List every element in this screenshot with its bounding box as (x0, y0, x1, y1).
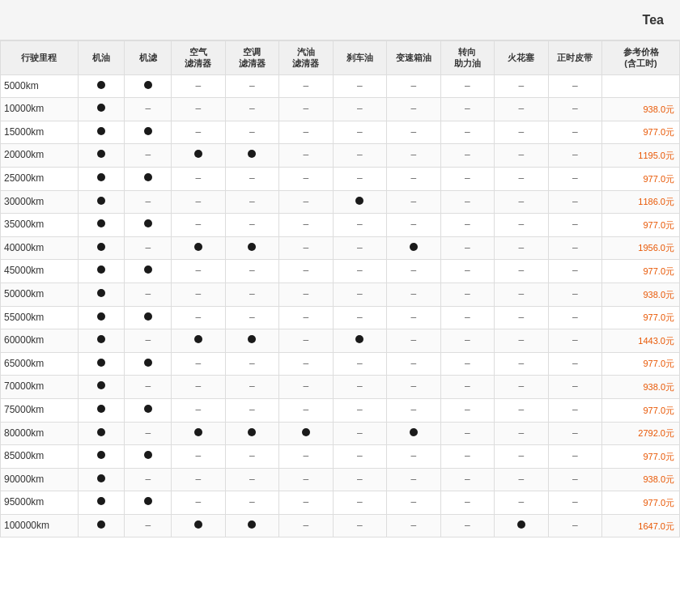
cell-spark_plug: – (495, 468, 549, 491)
cell-steering_oil: – (440, 121, 495, 144)
maintenance-dash: – (572, 496, 578, 508)
maintenance-dash: – (572, 196, 578, 207)
cell-air_filter: – (172, 398, 226, 422)
cell-gearbox_oil: – (387, 329, 441, 353)
table-header-row: 行驶里程 机油 机滤 空气滤清器 空调滤清器 汽油滤清器 刹车油 变速箱油 转向… (1, 41, 680, 75)
cell-price: 1186.0元 (602, 190, 680, 214)
cell-air_filter: – (172, 121, 226, 144)
cell-fuel_filter: – (279, 306, 334, 329)
maintenance-dash: – (249, 404, 255, 415)
cell-steering_oil: – (440, 376, 495, 399)
maintenance-dash: – (195, 358, 201, 369)
cell-air_filter: – (172, 491, 226, 515)
cell-air_filter (172, 144, 226, 168)
maintenance-dot (97, 520, 105, 529)
cell-timing_belt: – (548, 514, 602, 537)
maintenance-dash: – (195, 265, 201, 276)
table-row: 45000km––––––––977.0元 (1, 260, 680, 283)
maintenance-dash: – (518, 80, 524, 91)
cell-engine_oil (78, 260, 125, 283)
maintenance-dash: – (518, 334, 524, 346)
maintenance-dash: – (357, 358, 363, 369)
cell-engine_oil (78, 236, 125, 260)
table-row: 5000km–––––––– (1, 74, 680, 98)
table-row: 40000km––––––1956.0元 (1, 236, 680, 260)
maintenance-dash: – (249, 172, 255, 184)
maintenance-dot (355, 197, 363, 205)
maintenance-dash: – (465, 80, 470, 91)
cell-timing_belt: – (548, 98, 602, 121)
cell-fuel_filter: – (279, 329, 334, 353)
maintenance-dash: – (410, 103, 416, 114)
cell-steering_oil: – (440, 422, 495, 445)
maintenance-dash: – (465, 380, 470, 392)
cell-price: 1647.0元 (602, 514, 680, 537)
table-row: 80000km–––––2792.0元 (1, 422, 680, 445)
maintenance-dot (144, 359, 152, 367)
cell-ac_filter: – (225, 260, 279, 283)
maintenance-dash: – (572, 450, 578, 461)
maintenance-dash: – (518, 358, 524, 369)
col-header-fuel-filter: 汽油滤清器 (279, 41, 334, 75)
maintenance-dash: – (572, 103, 578, 114)
maintenance-dot (355, 335, 363, 343)
maintenance-dash: – (303, 196, 308, 207)
maintenance-dash: – (410, 219, 416, 230)
cell-fuel_filter: – (279, 376, 334, 399)
maintenance-dash: – (572, 520, 578, 531)
cell-air_filter: – (172, 190, 226, 214)
maintenance-dot (97, 289, 105, 297)
cell-brake_oil: – (333, 98, 387, 121)
maintenance-dash: – (195, 126, 201, 138)
maintenance-dot (194, 335, 202, 343)
maintenance-dash: – (249, 474, 255, 485)
cell-mileage: 40000km (1, 236, 79, 260)
cell-ac_filter: – (225, 214, 279, 237)
maintenance-dot (97, 405, 105, 413)
maintenance-dot (97, 335, 105, 343)
cell-engine_oil (78, 74, 125, 98)
maintenance-dot (144, 219, 152, 227)
cell-spark_plug: – (495, 260, 549, 283)
maintenance-dash: – (410, 520, 416, 531)
cell-oil_filter: – (125, 329, 172, 353)
maintenance-dash: – (465, 334, 470, 346)
maintenance-dash: – (145, 474, 151, 485)
cell-mileage: 20000km (1, 144, 79, 168)
maintenance-dot (194, 428, 202, 436)
cell-oil_filter (125, 445, 172, 469)
maintenance-dot (302, 428, 310, 436)
cell-oil_filter: – (125, 144, 172, 168)
cell-air_filter (172, 329, 226, 353)
cell-engine_oil (78, 329, 125, 353)
cell-steering_oil: – (440, 398, 495, 422)
cell-brake_oil: – (333, 144, 387, 168)
maintenance-dash: – (303, 219, 308, 230)
maintenance-dash: – (357, 242, 363, 253)
cell-brake_oil: – (333, 445, 387, 469)
maintenance-dot (97, 451, 105, 459)
maintenance-dash: – (303, 288, 308, 300)
maintenance-dot (410, 428, 418, 436)
maintenance-dash: – (410, 312, 416, 323)
cell-gearbox_oil: – (387, 167, 441, 190)
maintenance-dash: – (518, 288, 524, 300)
cell-mileage: 80000km (1, 422, 79, 445)
maintenance-dash: – (357, 312, 363, 323)
maintenance-dash: – (249, 288, 255, 300)
maintenance-dash: – (410, 126, 416, 138)
cell-gearbox_oil: – (387, 260, 441, 283)
cell-air_filter: – (172, 98, 226, 121)
cell-spark_plug: – (495, 144, 549, 168)
maintenance-dot (97, 173, 105, 181)
maintenance-dot (248, 520, 256, 529)
maintenance-dash: – (249, 265, 255, 276)
maintenance-dot (248, 243, 256, 251)
maintenance-dash: – (195, 219, 201, 230)
cell-spark_plug: – (495, 190, 549, 214)
maintenance-dot (97, 266, 105, 274)
cell-ac_filter: – (225, 121, 279, 144)
table-row: 75000km––––––––977.0元 (1, 398, 680, 422)
col-header-steering-oil: 转向助力油 (440, 41, 495, 75)
cell-ac_filter: – (225, 445, 279, 469)
